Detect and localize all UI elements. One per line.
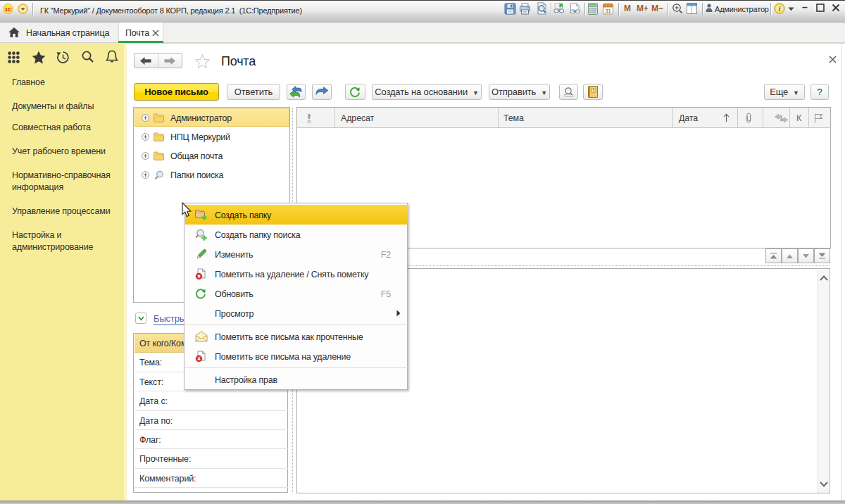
svg-text:i: i	[779, 5, 781, 13]
svg-text:31: 31	[605, 8, 611, 14]
svg-text:1С: 1С	[5, 6, 12, 13]
